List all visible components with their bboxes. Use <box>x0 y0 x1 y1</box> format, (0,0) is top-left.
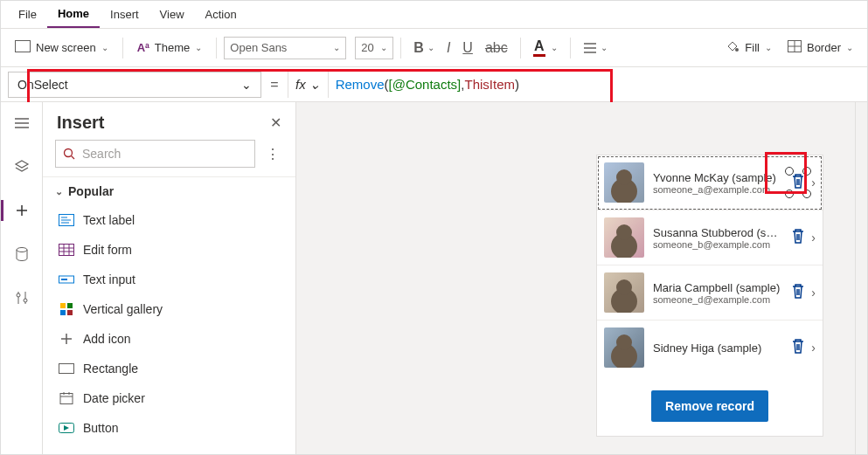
italic-icon: I <box>447 40 450 56</box>
chevron-down-icon: ⌄ <box>551 43 558 52</box>
svg-line-19 <box>72 156 75 160</box>
menu-home[interactable]: Home <box>47 1 100 28</box>
button-icon <box>59 420 74 436</box>
align-icon <box>583 42 597 54</box>
gallery-row[interactable]: Susanna Stubberod (sample) someone_b@exa… <box>597 210 823 265</box>
scrollbar-vertical[interactable] <box>855 102 867 454</box>
search-placeholder: Search <box>82 147 121 161</box>
new-screen-button[interactable]: New screen ⌄ <box>8 37 115 59</box>
text-input-icon <box>59 272 74 287</box>
avatar <box>604 217 644 258</box>
tpl-text-label[interactable]: Text label <box>43 205 295 235</box>
align-button[interactable]: ⌄ <box>578 38 613 58</box>
remove-record-button[interactable]: Remove record <box>651 390 768 422</box>
rail-tree-button[interactable] <box>8 109 36 137</box>
gallery-row[interactable]: Maria Campbell (sample) someone_d@exampl… <box>597 265 823 321</box>
contact-email: someone_b@example.com <box>653 239 781 250</box>
border-label: Border <box>807 41 841 54</box>
strikethrough-button[interactable]: abc <box>480 37 513 59</box>
section-popular[interactable]: ⌄ Popular <box>43 176 295 205</box>
font-select[interactable]: Open Sans ⌄ <box>224 37 346 59</box>
ribbon-divider <box>216 38 217 59</box>
bold-button[interactable]: B⌄ <box>408 37 440 59</box>
gallery-row[interactable]: Yvonne McKay (sample) someone_a@example.… <box>597 155 823 210</box>
close-icon[interactable]: ✕ <box>270 114 281 131</box>
avatar <box>604 162 644 203</box>
contact-name: Sidney Higa (sample) <box>653 341 781 355</box>
rail-data-button[interactable] <box>8 240 36 268</box>
tpl-date-picker[interactable]: Date picker <box>43 383 295 413</box>
contact-name: Susanna Stubberod (sample) <box>653 226 781 239</box>
tpl-rectangle[interactable]: Rectangle <box>43 354 295 383</box>
tpl-label: Rectangle <box>83 362 138 376</box>
font-size-select[interactable]: 20 ⌄ <box>355 37 393 59</box>
trash-icon[interactable] <box>790 282 806 303</box>
font-color-button[interactable]: A⌄ <box>528 35 563 60</box>
contact-name: Yvonne McKay (sample) <box>653 171 781 184</box>
svg-point-16 <box>17 293 20 297</box>
formula-bar: OnSelect ⌄ = fx ⌄ Remove( [@Contacts], T… <box>1 67 867 102</box>
svg-rect-37 <box>59 364 74 374</box>
svg-point-17 <box>24 299 27 302</box>
ribbon: New screen ⌄ Aª Theme ⌄ Open Sans ⌄ 20 ⌄… <box>1 29 867 67</box>
trash-icon[interactable] <box>790 337 806 358</box>
tpl-vertical-gallery[interactable]: Vertical gallery <box>43 294 295 324</box>
tpl-edit-form[interactable]: Edit form <box>43 235 295 265</box>
menu-view[interactable]: View <box>149 1 195 28</box>
chevron-down-icon: ⌄ <box>601 43 608 52</box>
border-icon <box>788 40 802 55</box>
gallery-row[interactable]: Sidney Higa (sample) › <box>597 321 823 375</box>
chevron-down-icon: ⌄ <box>309 77 321 93</box>
fx-button[interactable]: fx ⌄ <box>288 72 329 98</box>
tpl-label: Text label <box>83 213 135 227</box>
property-value: OnSelect <box>17 78 68 92</box>
fill-button[interactable]: Fill ⌄ <box>719 36 779 59</box>
search-input[interactable]: Search <box>55 140 255 168</box>
formula-input[interactable]: Remove( [@Contacts], ThisItem ) <box>329 72 860 98</box>
menu-action[interactable]: Action <box>195 1 247 28</box>
canvas[interactable]: Yvonne McKay (sample) someone_a@example.… <box>296 102 867 454</box>
chevron-down-icon: ⌄ <box>55 186 63 197</box>
tpl-label: Add icon <box>83 332 130 346</box>
menu-bar: File Home Insert View Action <box>1 1 867 29</box>
chevron-down-icon: ⌄ <box>101 43 108 52</box>
rail-insert-button[interactable] <box>8 196 36 224</box>
svg-rect-34 <box>67 310 73 315</box>
svg-rect-0 <box>16 41 31 52</box>
underline-icon: U <box>462 40 473 56</box>
chevron-right-icon[interactable]: › <box>811 231 816 245</box>
menu-file[interactable]: File <box>8 1 47 28</box>
chevron-down-icon: ⌄ <box>195 43 202 52</box>
chevron-down-icon: ⌄ <box>846 43 853 52</box>
rail-layers-button[interactable] <box>8 153 36 181</box>
border-button[interactable]: Border ⌄ <box>781 37 860 59</box>
tpl-button[interactable]: Button <box>43 413 295 443</box>
formula-token-func: Remove <box>336 77 385 92</box>
edit-form-icon <box>59 242 74 258</box>
chevron-right-icon[interactable]: › <box>811 341 816 355</box>
more-icon[interactable]: ⋮ <box>262 146 283 162</box>
tpl-label: Edit form <box>83 243 132 257</box>
property-select[interactable]: OnSelect ⌄ <box>8 72 261 98</box>
theme-button[interactable]: Aª Theme ⌄ <box>130 38 210 58</box>
contacts-gallery[interactable]: Yvonne McKay (sample) someone_a@example.… <box>596 155 823 437</box>
chevron-right-icon[interactable]: › <box>811 286 816 300</box>
tpl-text-input[interactable]: Text input <box>43 265 295 294</box>
rail-settings-button[interactable] <box>8 284 36 312</box>
trash-icon[interactable] <box>790 227 806 248</box>
trash-icon[interactable] <box>790 172 806 193</box>
rectangle-icon <box>59 361 74 376</box>
formula-token-paren: ) <box>515 77 519 92</box>
tpl-add-icon[interactable]: Add icon <box>43 324 295 354</box>
svg-point-18 <box>65 149 73 157</box>
new-screen-label: New screen <box>36 41 96 54</box>
underline-button[interactable]: U <box>457 37 478 59</box>
chevron-right-icon[interactable]: › <box>811 176 816 190</box>
chevron-down-icon: ⌄ <box>427 43 434 52</box>
italic-button[interactable]: I <box>441 37 455 59</box>
chevron-down-icon: ⌄ <box>765 43 772 52</box>
strikethrough-icon: abc <box>485 40 508 56</box>
fill-icon <box>726 39 740 56</box>
menu-insert[interactable]: Insert <box>100 1 149 28</box>
section-label: Popular <box>68 184 114 198</box>
